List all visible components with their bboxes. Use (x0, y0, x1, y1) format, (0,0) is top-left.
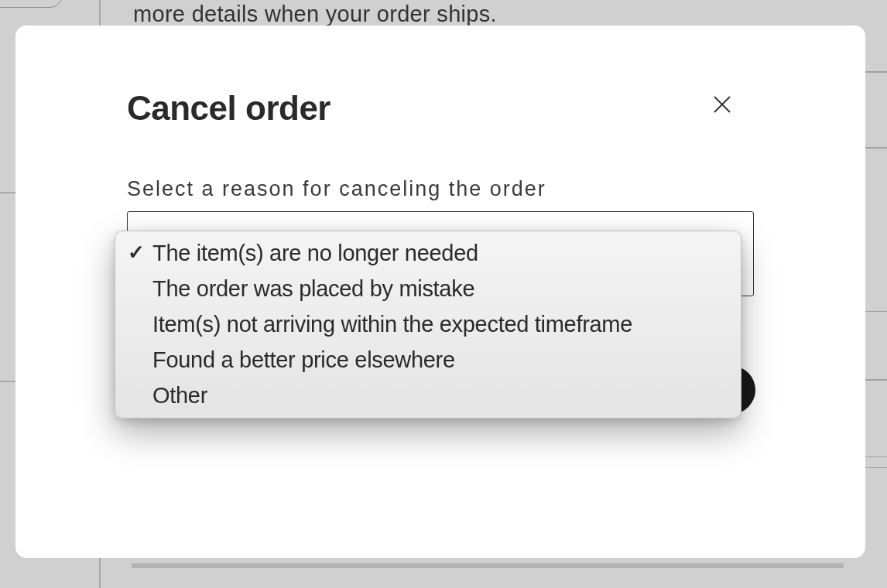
reason-select-label: Select a reason for canceling the order (127, 177, 546, 201)
bg-line (132, 563, 844, 568)
bg-line (865, 147, 887, 149)
bg-line (865, 379, 887, 381)
dropdown-option-by-mistake[interactable]: The order was placed by mistake (115, 272, 741, 307)
bg-line (865, 467, 887, 468)
dropdown-option-timeframe[interactable]: Item(s) not arriving within the expected… (115, 307, 741, 343)
close-button[interactable] (707, 89, 738, 120)
bg-pill (0, 0, 62, 8)
bg-line (0, 192, 15, 193)
bg-line (0, 381, 15, 382)
close-icon (711, 93, 734, 116)
bg-line (865, 71, 887, 73)
modal-title: Cancel order (127, 89, 330, 128)
reason-dropdown-list: The item(s) are no longer needed The ord… (115, 231, 741, 419)
option-label: Item(s) not arriving within the expected… (152, 312, 632, 337)
bg-line (865, 311, 887, 312)
bg-line (865, 456, 887, 457)
dropdown-option-other[interactable]: Other (115, 378, 741, 414)
bg-shipping-text: more details when your order ships. (133, 2, 497, 27)
cancel-order-modal: Cancel order Select a reason for canceli… (15, 26, 865, 558)
option-label: Found a better price elsewhere (152, 347, 455, 372)
option-label: Other (152, 383, 207, 408)
option-label: The item(s) are no longer needed (152, 241, 478, 265)
dropdown-option-no-longer-needed[interactable]: The item(s) are no longer needed (115, 236, 741, 272)
dropdown-option-better-price[interactable]: Found a better price elsewhere (115, 343, 741, 378)
option-label: The order was placed by mistake (152, 276, 474, 301)
